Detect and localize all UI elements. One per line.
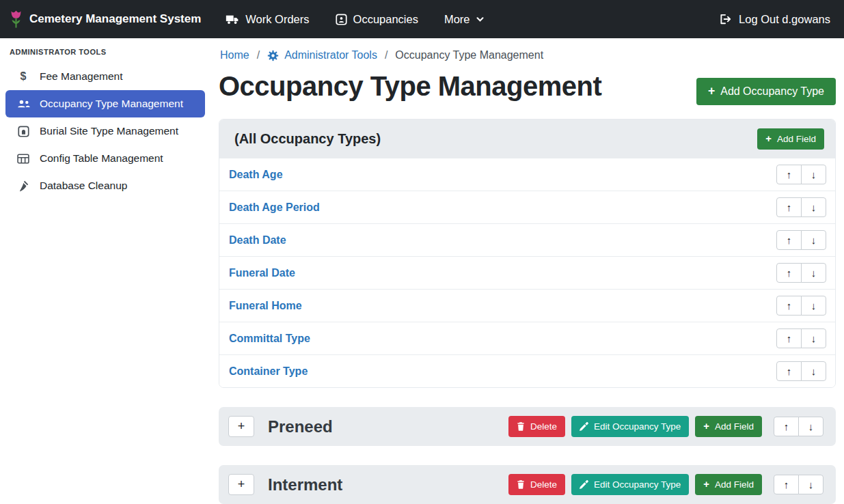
move-down-button[interactable]: ↓	[798, 417, 823, 436]
delete-label: Delete	[530, 421, 557, 432]
arrow-up-icon: ↑	[787, 169, 792, 180]
section-actions: Delete Edit Occupancy Type + Add Field	[508, 474, 823, 495]
reorder-group: ↑ ↓	[776, 230, 826, 250]
edit-occupancy-type-button[interactable]: Edit Occupancy Type	[571, 416, 689, 437]
add-field-button[interactable]: + Add Field	[695, 416, 762, 437]
field-link[interactable]: Death Date	[229, 234, 286, 247]
navbar: Cemetery Management System Work Orders	[0, 0, 844, 38]
sidebar-item-fee-management[interactable]: $ Fee Management	[5, 63, 205, 90]
edit-label: Edit Occupancy Type	[594, 421, 681, 432]
logout-button[interactable]: Log Out d.gowans	[720, 13, 830, 26]
move-up-button[interactable]: ↑	[774, 417, 799, 436]
reorder-group: ↑ ↓	[776, 197, 826, 217]
truck-icon	[226, 14, 239, 25]
reorder-group: ↑ ↓	[776, 328, 826, 348]
reorder-group: ↑ ↓	[776, 165, 826, 184]
add-field-button[interactable]: + Add Field	[757, 128, 824, 150]
expand-section-button[interactable]: +	[228, 474, 254, 495]
section-preneed: + Preneed Delete	[219, 407, 836, 446]
move-up-button[interactable]: ↑	[774, 475, 799, 494]
nav-occupancies-label: Occupancies	[353, 13, 418, 26]
broom-icon	[16, 180, 31, 192]
pencil-icon	[580, 422, 588, 431]
reorder-group: ↑ ↓	[776, 361, 826, 381]
table-icon	[16, 154, 31, 164]
add-field-label: Add Field	[777, 134, 816, 144]
title-row: Occupancy Type Management + Add Occupanc…	[219, 70, 836, 105]
field-link[interactable]: Funeral Date	[229, 267, 295, 279]
arrow-up-icon: ↑	[784, 421, 789, 432]
move-up-button[interactable]: ↑	[776, 263, 802, 283]
reorder-group: ↑ ↓	[776, 296, 826, 316]
move-down-button[interactable]: ↓	[801, 230, 826, 250]
field-row: Committal Type ↑ ↓	[219, 322, 835, 355]
move-down-button[interactable]: ↓	[801, 165, 826, 184]
sidebar-item-database-cleanup[interactable]: Database Cleanup	[5, 172, 205, 199]
add-field-label: Add Field	[715, 421, 754, 432]
breadcrumb: Home / Administrator Tool	[219, 49, 836, 61]
breadcrumb-admin-tools-link[interactable]: Administrator Tools	[267, 49, 377, 61]
field-link[interactable]: Death Age Period	[229, 201, 320, 214]
nav-occupancies[interactable]: Occupancies	[336, 13, 418, 26]
person-frame-icon	[336, 14, 347, 25]
all-occupancy-types-header: (All Occupancy Types) + Add Field	[219, 120, 835, 158]
add-field-button[interactable]: + Add Field	[695, 474, 762, 495]
move-up-button[interactable]: ↑	[776, 230, 802, 250]
sidebar-item-config-table-management[interactable]: Config Table Management	[5, 145, 205, 172]
edit-occupancy-type-button[interactable]: Edit Occupancy Type	[571, 474, 689, 495]
brand[interactable]: Cemetery Management System	[10, 10, 201, 29]
field-link[interactable]: Funeral Home	[229, 300, 302, 312]
move-down-button[interactable]: ↓	[801, 361, 826, 381]
move-down-button[interactable]: ↓	[801, 328, 826, 348]
field-link[interactable]: Death Age	[229, 169, 283, 181]
field-row: Funeral Date ↑ ↓	[219, 257, 835, 290]
plus-icon: +	[708, 85, 715, 98]
plus-icon: +	[765, 134, 772, 144]
field-row: Funeral Home ↑ ↓	[219, 290, 835, 322]
move-down-button[interactable]: ↓	[798, 475, 823, 494]
move-down-button[interactable]: ↓	[801, 197, 826, 217]
trash-icon	[517, 422, 525, 431]
delete-occupancy-type-button[interactable]: Delete	[508, 416, 565, 437]
move-up-button[interactable]: ↑	[776, 361, 802, 381]
breadcrumb-separator: /	[257, 49, 260, 61]
move-down-button[interactable]: ↓	[801, 296, 826, 316]
sidebar-item-occupancy-type-management[interactable]: Occupancy Type Management	[5, 90, 205, 117]
move-up-button[interactable]: ↑	[776, 328, 802, 348]
all-occupancy-types-title: (All Occupancy Types)	[234, 131, 381, 147]
sidebar-item-burial-site-type-management[interactable]: Burial Site Type Management	[5, 117, 205, 145]
section-title: Interment	[268, 475, 342, 494]
field-link[interactable]: Container Type	[229, 365, 308, 378]
reorder-group: ↑ ↓	[774, 475, 823, 494]
nav-more[interactable]: More	[444, 13, 484, 26]
sidebar: ADMINISTRATOR TOOLS $ Fee Management Occ…	[0, 38, 210, 504]
add-occupancy-type-label: Add Occupancy Type	[720, 85, 824, 98]
plus-icon: +	[238, 419, 245, 434]
sidebar-item-label: Fee Management	[40, 70, 123, 83]
plus-icon: +	[238, 477, 245, 492]
arrow-down-icon: ↓	[808, 421, 814, 432]
edit-label: Edit Occupancy Type	[594, 479, 681, 490]
section-interment: + Interment Delete	[219, 465, 836, 504]
sidebar-item-label: Config Table Management	[40, 152, 163, 165]
field-row: Death Age ↑ ↓	[219, 158, 835, 191]
delete-occupancy-type-button[interactable]: Delete	[508, 474, 565, 495]
sidebar-item-label: Database Cleanup	[40, 180, 127, 192]
page-title: Occupancy Type Management	[219, 70, 601, 102]
move-down-button[interactable]: ↓	[801, 263, 826, 283]
field-row: Death Age Period ↑ ↓	[219, 191, 835, 224]
arrow-up-icon: ↑	[787, 365, 792, 377]
move-up-button[interactable]: ↑	[776, 296, 802, 316]
breadcrumb-home-link[interactable]: Home	[220, 49, 249, 61]
move-up-button[interactable]: ↑	[776, 197, 802, 217]
arrow-up-icon: ↑	[787, 300, 792, 311]
arrow-down-icon: ↓	[811, 333, 817, 344]
field-row: Death Date ↑ ↓	[219, 224, 835, 257]
arrow-down-icon: ↓	[811, 234, 817, 246]
field-link[interactable]: Committal Type	[229, 333, 310, 345]
section-title: Preneed	[268, 417, 333, 436]
expand-section-button[interactable]: +	[228, 416, 254, 437]
nav-work-orders[interactable]: Work Orders	[226, 13, 309, 26]
add-occupancy-type-button[interactable]: + Add Occupancy Type	[696, 78, 836, 105]
move-up-button[interactable]: ↑	[776, 165, 802, 184]
